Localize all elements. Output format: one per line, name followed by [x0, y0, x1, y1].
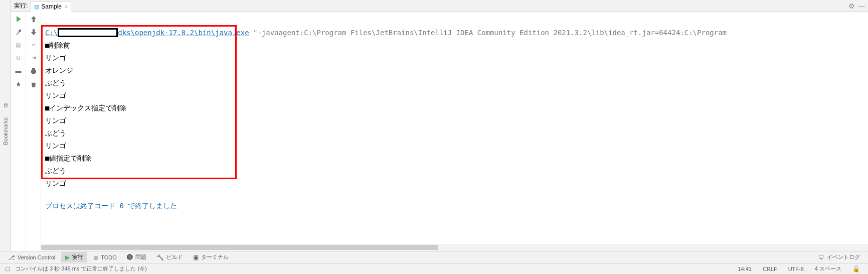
run-panel-header: 実行: ▤ Sample × ⚙ — — [11, 0, 868, 12]
redacted-box — [58, 28, 118, 37]
console-output[interactable]: C:\dks\openjdk-17.0.2\bin\java.exe "-jav… — [41, 12, 868, 251]
minimize-icon[interactable]: — — [858, 2, 865, 10]
tab-problems[interactable]: ⓿ 問題 — [123, 252, 150, 262]
tab-eventlog[interactable]: 🗨 イベントログ — [814, 252, 864, 262]
run-actions-col-2: ⤶ ⇥ — [26, 12, 41, 251]
status-bar: ▢ コンパイルは 3 秒 346 ms で正常に終了しました (今) 14:41… — [0, 263, 868, 274]
tab-build[interactable]: 🔨 ビルド — [152, 252, 187, 262]
soft-wrap-icon[interactable]: ⤶ — [30, 41, 38, 49]
out-line: ぶどう — [45, 129, 66, 137]
speech-icon: 🗨 — [818, 254, 824, 261]
scroll-end-icon[interactable]: ⇥ — [30, 54, 38, 62]
out-line: ぶどう — [45, 167, 66, 175]
branch-icon: ⎇ — [8, 254, 15, 261]
close-icon[interactable]: × — [65, 4, 68, 10]
layout-icon[interactable]: ▦ — [15, 41, 23, 49]
status-window-icon[interactable]: ▢ — [5, 265, 10, 272]
file-icon: ▤ — [34, 4, 39, 10]
bookmarks-tab[interactable]: Bookmarks — [3, 114, 9, 148]
run-label: 実行: — [14, 2, 28, 10]
run-actions-col-1: ▦ ⧉ ▬ — [11, 12, 26, 251]
out-line: ぶどう — [45, 79, 66, 87]
status-encoding[interactable]: UTF-8 — [785, 266, 807, 272]
out-line: リンゴ — [45, 54, 66, 62]
out-line: リンゴ — [45, 179, 66, 187]
print-icon[interactable] — [30, 67, 38, 75]
status-indent[interactable]: 4 スペース — [812, 265, 844, 272]
rerun-icon[interactable] — [15, 15, 23, 23]
run-tab-label: Sample — [41, 3, 62, 10]
pin-icon[interactable] — [15, 80, 23, 88]
scroll-thumb[interactable] — [41, 245, 438, 250]
tab-terminal[interactable]: ▣ ターミナル — [189, 252, 233, 262]
heap-icon[interactable]: ▬ — [15, 67, 23, 75]
out-line: リンゴ — [45, 116, 66, 124]
play-icon: ▶ — [65, 254, 70, 261]
out-line: ■インデックス指定で削除 — [45, 104, 126, 112]
run-tab-sample[interactable]: ▤ Sample × — [31, 1, 71, 12]
down-icon[interactable] — [30, 28, 38, 36]
status-time: 14:41 — [735, 266, 755, 272]
trash-icon[interactable] — [30, 80, 38, 88]
gear-icon[interactable]: ⚙ — [848, 2, 855, 10]
warning-icon: ⓿ — [127, 254, 133, 261]
java-path-link[interactable]: C:\dks\openjdk-17.0.2\bin\java.exe — [45, 29, 249, 37]
out-line: ■値指定で削除 — [45, 154, 91, 162]
tab-vcs[interactable]: ⎇ Version Control — [4, 252, 59, 262]
hammer-icon: 🔨 — [156, 254, 164, 261]
filter-icon[interactable]: ⧉ — [15, 54, 23, 62]
structure-tab-icon[interactable]: ⧉ — [3, 100, 9, 110]
out-line: オレンジ — [45, 66, 73, 74]
out-line: リンゴ — [45, 91, 66, 99]
horizontal-scrollbar[interactable] — [41, 244, 868, 251]
bottom-tool-tabs: ⎇ Version Control ▶ 実行 ≣ TODO ⓿ 問題 🔨 ビルド… — [0, 251, 868, 263]
tab-todo[interactable]: ≣ TODO — [89, 252, 121, 262]
status-message: コンパイルは 3 秒 346 ms で正常に終了しました (今) — [15, 265, 147, 272]
java-args: "-javaagent:C:\Program Files\JetBrains\I… — [249, 29, 727, 37]
exit-message: プロセスは終了コード 0 で終了しました — [45, 200, 864, 212]
lock-icon[interactable]: 🔓 — [849, 265, 863, 272]
left-tool-rail: ⧉ Bookmarks — [0, 0, 11, 251]
out-line: リンゴ — [45, 142, 66, 150]
terminal-icon: ▣ — [193, 254, 199, 261]
todo-icon: ≣ — [93, 254, 98, 261]
up-icon[interactable] — [30, 15, 38, 23]
tab-run[interactable]: ▶ 実行 — [61, 252, 87, 262]
status-eol[interactable]: CRLF — [760, 266, 780, 272]
out-line: ■削除前 — [45, 41, 70, 49]
wrench-icon[interactable] — [15, 28, 23, 36]
